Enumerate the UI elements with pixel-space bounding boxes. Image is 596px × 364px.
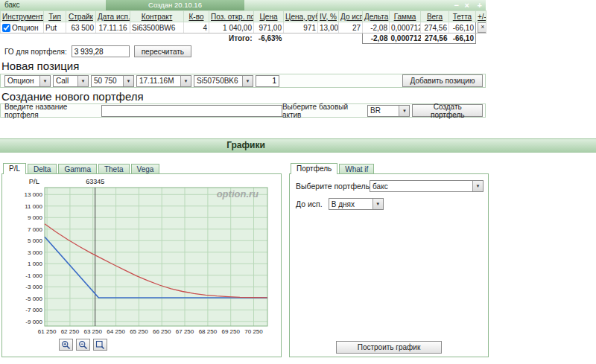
- chevron-down-icon: ▼: [180, 76, 191, 86]
- col-header-instrument[interactable]: Инструмент: [1, 11, 44, 22]
- col-header-theta[interactable]: Тетта: [449, 11, 476, 22]
- build-chart-button[interactable]: Построить график: [336, 341, 442, 354]
- chart-panel: P/L Delta Gamma Theta Vega 13 00011 0009…: [1, 163, 282, 357]
- col-header-delta[interactable]: Дельта: [363, 11, 390, 22]
- delete-row-button[interactable]: ×: [478, 22, 486, 33]
- create-portfolio-bar: Введите название портфеля Выберите базов…: [0, 103, 486, 118]
- chevron-down-icon: ▼: [372, 199, 383, 209]
- svg-text:5 000: 5 000: [28, 237, 43, 244]
- col-header-contract[interactable]: Контракт: [130, 11, 184, 22]
- col-header-posopen[interactable]: Поз. откр. по: [209, 11, 254, 22]
- margin-row: ГО для портфеля: пересчитать: [0, 45, 486, 58]
- recalc-button[interactable]: пересчитать: [134, 45, 191, 57]
- base-asset-select[interactable]: BR ▼: [367, 105, 410, 117]
- portfolio-select-row: Выберите портфель бакс ▼: [296, 180, 484, 192]
- svg-text:66 250: 66 250: [153, 328, 171, 335]
- col-header-price[interactable]: Цена: [254, 11, 284, 22]
- days-select-row: До исп. В днях ▼: [296, 198, 484, 210]
- cell-price: 971,00: [254, 22, 284, 33]
- col-header-days[interactable]: До исп.: [339, 11, 363, 22]
- chevron-down-icon: ▼: [77, 76, 88, 86]
- expiry-date-select[interactable]: 17.11.16M ▼: [136, 75, 191, 87]
- tab-delta[interactable]: Delta: [28, 164, 57, 174]
- svg-text:64 250: 64 250: [107, 328, 125, 335]
- col-header-pricerub[interactable]: Цена, руб.: [284, 11, 318, 22]
- cell-days: 27: [339, 22, 363, 33]
- margin-input[interactable]: [72, 45, 130, 57]
- totals-vega: 274,56: [421, 33, 449, 44]
- svg-text:69 250: 69 250: [221, 328, 240, 335]
- svg-text:11 000: 11 000: [25, 203, 42, 210]
- minimize-icon[interactable]: −: [454, 0, 459, 10]
- quantity-input[interactable]: [256, 75, 279, 87]
- cell-iv: 13,00: [318, 22, 339, 33]
- zoom-in-button[interactable]: [59, 339, 73, 351]
- chevron-down-icon: ▼: [123, 76, 133, 86]
- col-header-expdate[interactable]: Дата исп.: [96, 11, 130, 22]
- col-header-gamma[interactable]: Гамма: [390, 11, 421, 22]
- cell-date: 17.11.16: [96, 22, 130, 33]
- svg-text:option.ru: option.ru: [217, 188, 259, 199]
- zoom-out-icon: [78, 340, 88, 350]
- days-label: До исп.: [296, 199, 323, 208]
- col-header-plusminus: +/-: [476, 11, 486, 22]
- cell-pricerub: 971: [284, 22, 318, 33]
- new-position-bar: Опцион ▼ Call ▼ 50 750 ▼ 17.11.16M ▼ Si5…: [0, 74, 486, 88]
- svg-text:61 250: 61 250: [38, 328, 57, 335]
- table-row: Опцион Put 63 500 17.11.16 Si63500BW6 4 …: [1, 22, 486, 33]
- totals-row: Итого: -6,63% -2,08 0,000712 274,56 -66,…: [1, 33, 486, 44]
- pl-chart: 13 00011 0009 0007 0005 0003 0001 000-1 …: [2, 174, 279, 336]
- zoom-out-button[interactable]: [76, 339, 90, 351]
- chevron-down-icon: ▼: [242, 76, 253, 86]
- add-position-button[interactable]: Добавить позицию: [402, 74, 483, 87]
- cell-delete: ×: [476, 22, 486, 33]
- col-header-type[interactable]: Тип: [44, 11, 66, 22]
- col-header-qty[interactable]: К-во: [184, 11, 209, 22]
- totals-theta: -66,10: [449, 33, 476, 44]
- zoom-in-icon: [61, 340, 71, 350]
- cell-qty: 4: [184, 22, 209, 33]
- row-checkbox[interactable]: [2, 24, 10, 32]
- positions-table: Инструмент Тип Страйк Дата исп. Контракт…: [0, 10, 486, 44]
- portfolio-name-input[interactable]: [101, 105, 282, 117]
- option-type-select[interactable]: Call ▼: [53, 75, 89, 87]
- svg-text:-5 000: -5 000: [25, 296, 42, 302]
- charts-banner: Графики: [0, 138, 596, 153]
- settings-tabs: Портфель What if: [289, 163, 489, 174]
- cell-instrument: Опцион: [1, 22, 44, 33]
- svg-text:70 250: 70 250: [244, 328, 263, 335]
- close-icon[interactable]: ×: [465, 0, 469, 10]
- tab-gamma[interactable]: Gamma: [58, 164, 97, 174]
- tab-theta[interactable]: Theta: [98, 164, 130, 174]
- totals-percent: -6,63%: [254, 33, 284, 44]
- table-header-row: Инструмент Тип Страйк Дата исп. Контракт…: [1, 11, 486, 22]
- days-select[interactable]: В днях ▼: [329, 198, 384, 210]
- col-header-vega[interactable]: Вега: [421, 11, 449, 22]
- base-asset-label: Выберите базовый актив: [282, 103, 365, 119]
- svg-text:65 250: 65 250: [130, 328, 148, 335]
- portfolio-title: бакс: [4, 1, 20, 9]
- add-icon[interactable]: +: [478, 0, 482, 10]
- svg-text:-1 000: -1 000: [25, 272, 42, 279]
- instrument-select[interactable]: Опцион ▼: [4, 75, 51, 87]
- create-portfolio-button[interactable]: Создать портфель: [412, 104, 483, 117]
- contract-select[interactable]: Si50750BK6 ▼: [194, 75, 253, 87]
- strike-select[interactable]: 50 750 ▼: [91, 75, 134, 87]
- svg-text:-9 000: -9 000: [25, 319, 42, 325]
- tab-pl[interactable]: P/L: [3, 163, 26, 174]
- col-header-strike[interactable]: Страйк: [66, 11, 96, 22]
- svg-text:-7 000: -7 000: [25, 307, 42, 313]
- heading-new-position: Новая позиция: [1, 60, 79, 72]
- cell-theta: -66,10: [449, 22, 476, 33]
- cell-type: Put: [44, 22, 66, 33]
- chart-tabs: P/L Delta Gamma Theta Vega: [1, 163, 282, 174]
- tab-whatif[interactable]: What if: [339, 164, 374, 174]
- tab-portfolio[interactable]: Портфель: [291, 163, 337, 174]
- svg-text:1 000: 1 000: [28, 261, 43, 267]
- tab-vega[interactable]: Vega: [131, 164, 160, 174]
- cell-delta: -2,08: [363, 22, 390, 33]
- zoom-reset-button[interactable]: [93, 339, 107, 351]
- portfolio-select[interactable]: бакс ▼: [370, 180, 484, 192]
- col-header-iv[interactable]: IV, %: [318, 11, 339, 22]
- created-label: Создан 20.10.16: [106, 0, 244, 10]
